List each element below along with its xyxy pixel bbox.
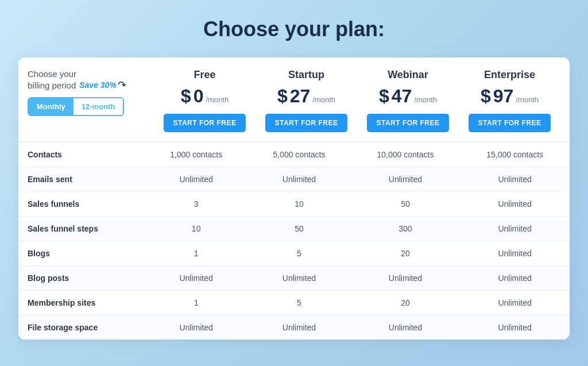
billing-label-line1: Choose your <box>28 69 148 79</box>
page-title: Choose your plan: <box>203 17 385 41</box>
feature-label: File storage space <box>18 315 145 340</box>
feature-value-2: Unlimited <box>351 167 461 192</box>
feature-value-3: 15,000 contacts <box>460 142 570 167</box>
price-period-webinar: /month <box>414 95 437 104</box>
feature-value-0: 1 <box>145 291 247 315</box>
feature-value-0: Unlimited <box>145 266 247 291</box>
plan-header-free: Free $ 0 /month START FOR FREE <box>154 69 256 132</box>
price-period-free: /month <box>206 95 229 104</box>
price-symbol-enterprise: $ <box>481 86 491 107</box>
feature-value-0: 3 <box>145 192 247 217</box>
feature-label: Sales funnel steps <box>18 217 145 241</box>
billing-toggle: Monthly 12-month <box>28 97 124 116</box>
table-row: Blog postsUnlimitedUnlimitedUnlimitedUnl… <box>18 266 570 291</box>
feature-label: Contacts <box>18 142 145 167</box>
features-table: Contacts1,000 contacts5,000 contacts10,0… <box>18 142 570 340</box>
feature-label: Emails sent <box>18 167 145 192</box>
feature-value-2: 300 <box>351 217 461 241</box>
plan-price-startup: $ 27 /month <box>277 86 335 107</box>
plan-header-enterprise: Enterprise $ 97 /month START FOR FREE <box>459 69 560 132</box>
feature-value-2: Unlimited <box>351 266 461 291</box>
feature-value-0: 1 <box>145 241 247 266</box>
billing-period-cell: Choose your billing period Save 30% ↷ Mo… <box>28 69 154 132</box>
feature-value-2: 10,000 contacts <box>351 142 461 167</box>
price-symbol-startup: $ <box>277 86 288 107</box>
table-row: Membership sites1520Unlimited <box>18 291 570 315</box>
pricing-header: Choose your billing period Save 30% ↷ Mo… <box>18 57 570 142</box>
feature-value-1: Unlimited <box>247 315 350 340</box>
feature-value-1: 50 <box>247 217 350 241</box>
billing-label-line2: billing period <box>28 80 76 90</box>
feature-value-0: Unlimited <box>145 167 247 192</box>
feature-value-3: Unlimited <box>460 192 570 217</box>
plan-header-startup: Startup $ 27 /month START FOR FREE <box>256 69 357 132</box>
plan-price-free: $ 0 /month <box>181 86 229 107</box>
price-period-enterprise: /month <box>516 95 539 104</box>
plan-name-startup: Startup <box>288 69 324 81</box>
feature-value-0: Unlimited <box>145 315 247 340</box>
plan-name-free: Free <box>194 69 215 81</box>
feature-label: Blog posts <box>18 266 145 291</box>
cta-button-startup[interactable]: START FOR FREE <box>265 114 347 132</box>
cta-button-free[interactable]: START FOR FREE <box>164 114 245 132</box>
feature-value-0: 1,000 contacts <box>145 142 247 167</box>
feature-value-3: Unlimited <box>460 291 570 315</box>
table-row: File storage spaceUnlimitedUnlimitedUnli… <box>18 315 570 340</box>
price-amount-startup: 27 <box>290 86 311 107</box>
feature-value-2: 20 <box>351 291 461 315</box>
price-symbol-free: $ <box>181 86 191 107</box>
arrow-icon: ↷ <box>118 79 126 91</box>
feature-value-1: 5 <box>247 241 350 266</box>
plan-header-webinar: Webinar $ 47 /month START FOR FREE <box>357 69 459 132</box>
plan-name-webinar: Webinar <box>388 69 428 81</box>
feature-value-0: 10 <box>145 217 247 241</box>
save-badge: Save 30% <box>79 80 117 90</box>
table-row: Blogs1520Unlimited <box>18 241 570 266</box>
annual-toggle-button[interactable]: 12-month <box>74 98 123 115</box>
table-row: Sales funnel steps1050300Unlimited <box>18 217 570 241</box>
plan-name-enterprise: Enterprise <box>484 69 535 81</box>
pricing-container: Choose your billing period Save 30% ↷ Mo… <box>18 57 570 340</box>
price-symbol-webinar: $ <box>379 86 389 107</box>
feature-value-2: 20 <box>351 241 461 266</box>
cta-button-enterprise[interactable]: START FOR FREE <box>469 114 550 132</box>
feature-value-2: 50 <box>351 192 461 217</box>
feature-value-3: Unlimited <box>460 167 570 192</box>
price-period-startup: /month <box>312 95 335 104</box>
feature-value-2: Unlimited <box>351 315 461 340</box>
feature-value-1: Unlimited <box>247 167 350 192</box>
cta-button-webinar[interactable]: START FOR FREE <box>367 114 448 132</box>
table-row: Contacts1,000 contacts5,000 contacts10,0… <box>18 142 570 167</box>
table-row: Sales funnels31050Unlimited <box>18 192 570 217</box>
table-row: Emails sentUnlimitedUnlimitedUnlimitedUn… <box>18 167 570 192</box>
price-amount-free: 0 <box>194 86 204 107</box>
feature-value-1: 5,000 contacts <box>247 142 350 167</box>
feature-label: Sales funnels <box>18 192 145 217</box>
feature-label: Membership sites <box>18 291 145 315</box>
feature-value-1: 5 <box>247 291 350 315</box>
feature-value-1: Unlimited <box>247 266 350 291</box>
price-amount-enterprise: 97 <box>493 86 514 107</box>
monthly-toggle-button[interactable]: Monthly <box>29 98 74 115</box>
feature-value-3: Unlimited <box>460 315 570 340</box>
feature-label: Blogs <box>18 241 145 266</box>
price-amount-webinar: 47 <box>392 86 412 107</box>
feature-value-3: Unlimited <box>460 241 570 266</box>
plan-price-webinar: $ 47 /month <box>379 86 437 107</box>
feature-value-1: 10 <box>247 192 350 217</box>
feature-value-3: Unlimited <box>460 266 570 291</box>
plan-price-enterprise: $ 97 /month <box>481 86 539 107</box>
feature-value-3: Unlimited <box>460 217 570 241</box>
